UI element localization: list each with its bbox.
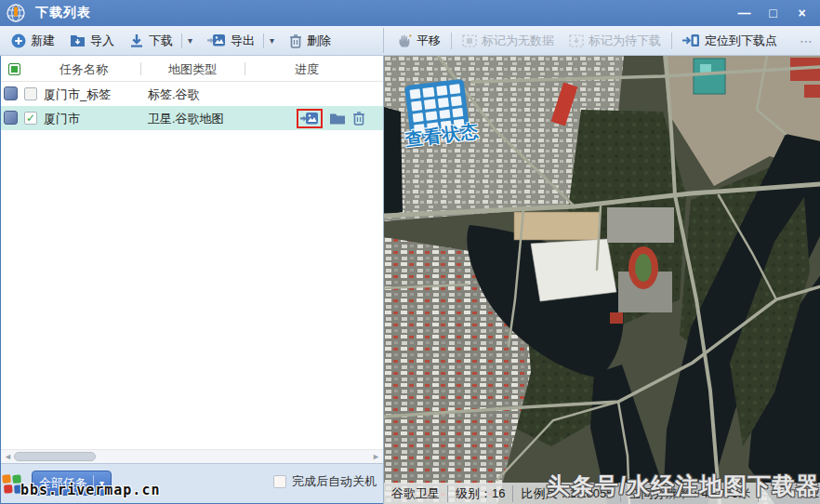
highlight-red-box: [297, 109, 323, 128]
window-controls: — □ ×: [730, 0, 816, 26]
maximize-button[interactable]: □: [759, 0, 787, 26]
row-open-folder-icon[interactable]: [329, 113, 346, 125]
mark-no-data-button[interactable]: 标记为无数据: [455, 26, 562, 55]
row-checkbox-checked[interactable]: ✓: [24, 112, 37, 125]
title-bar: 下载列表 — □ ×: [0, 0, 820, 26]
table-header: 任务名称 地图类型 进度: [1, 56, 383, 82]
mark-no-data-label: 标记为无数据: [482, 33, 554, 49]
divider: [140, 62, 141, 75]
minimize-button[interactable]: —: [730, 0, 759, 26]
auto-shutdown-checkbox[interactable]: [273, 475, 286, 488]
delete-label: 删除: [307, 33, 331, 49]
auto-shutdown-option[interactable]: 完成后自动关机: [273, 473, 377, 490]
window-title: 下载列表: [35, 5, 91, 21]
download-icon: [129, 33, 144, 48]
row-action-icons: [297, 108, 365, 128]
mark-no-data-icon: [462, 34, 477, 47]
task-list-panel: 任务名称 地图类型 进度 厦门市_标签 标签.谷歌 ✓ 厦门市 卫星.谷歌地图: [1, 56, 383, 503]
mark-pending-label: 标记为待下载: [589, 33, 661, 49]
divider: [671, 33, 672, 49]
trash-icon: [289, 33, 302, 48]
forum-watermark: bbs.rivermap.cn: [20, 482, 160, 498]
divider: [451, 33, 452, 49]
import-label: 导入: [90, 33, 114, 49]
status-zoom-level: 级别：16: [448, 485, 513, 502]
column-header-map-type[interactable]: 地图类型: [142, 61, 243, 78]
task-name: 厦门市: [44, 111, 80, 127]
download-dropdown-arrow-icon[interactable]: ▾: [188, 35, 192, 46]
row-export-image-icon[interactable]: [300, 112, 319, 126]
mark-pending-icon: [569, 34, 584, 47]
pan-button[interactable]: 平移: [390, 26, 448, 55]
export-dropdown-arrow-icon[interactable]: ▾: [270, 35, 274, 46]
mark-pending-button[interactable]: 标记为待下载: [562, 26, 668, 55]
close-button[interactable]: ×: [787, 0, 816, 26]
import-button[interactable]: 导入: [62, 26, 122, 55]
locate-download-point-button[interactable]: 定位到下载点: [675, 26, 785, 55]
scrollbar-thumb[interactable]: [14, 452, 96, 461]
scroll-left-arrow-icon[interactable]: ◄: [4, 452, 12, 461]
scroll-right-arrow-icon[interactable]: ►: [372, 452, 380, 461]
download-label: 下载: [149, 33, 173, 49]
task-status-icon: [4, 111, 18, 125]
map-viewport[interactable]: 查看状态 头条号/水经注地图下载器 谷歌卫星 级别：16 比例尺：1:18055…: [383, 56, 820, 504]
divider: [181, 33, 182, 48]
export-image-icon: [207, 33, 226, 47]
divider: [245, 62, 245, 75]
map-type: 卫星.谷歌地图: [148, 111, 224, 127]
toolbar: 新建 导入 下载 ▾: [0, 26, 820, 56]
app-window: 下载列表 — □ × 新建 导入: [0, 0, 820, 504]
auto-shutdown-label: 完成后自动关机: [292, 473, 377, 490]
locate-label: 定位到下载点: [705, 33, 777, 49]
view-status-stamp[interactable]: 查看状态: [399, 77, 481, 152]
row-delete-icon[interactable]: [352, 111, 365, 126]
task-name: 厦门市_标签: [44, 86, 111, 103]
locate-icon: [682, 33, 700, 47]
import-folder-icon: [70, 33, 86, 47]
pan-hand-icon: [397, 33, 412, 48]
delete-button[interactable]: 删除: [282, 26, 338, 55]
row-checkbox-unchecked[interactable]: [24, 87, 37, 100]
toolbar-more-button[interactable]: ⋯: [800, 26, 814, 55]
column-header-progress[interactable]: 进度: [246, 61, 367, 78]
select-all-checkbox[interactable]: [8, 63, 20, 75]
status-layer: 谷歌卫星: [384, 485, 448, 502]
export-label: 导出: [231, 33, 255, 49]
table-row-selected[interactable]: ✓ 厦门市 卫星.谷歌地图: [1, 106, 383, 130]
export-button[interactable]: 导出 ▾: [200, 26, 282, 55]
horizontal-scrollbar[interactable]: ◄ ►: [1, 449, 383, 463]
divider: [263, 33, 264, 48]
pan-label: 平移: [417, 33, 441, 49]
toolbar-left-group: 新建 导入 下载 ▾: [4, 26, 338, 55]
new-task-label: 新建: [31, 33, 55, 49]
bottom-bar: 全部任务 ▾ bbs.rivermap.cn 完成后自动关机: [1, 463, 383, 503]
toolbar-right-group: 平移 标记为无数据 标记为待下载: [390, 26, 785, 55]
table-row[interactable]: 厦门市_标签 标签.谷歌: [1, 82, 383, 106]
map-type: 标签.谷歌: [148, 86, 200, 103]
task-status-icon: [4, 86, 18, 100]
app-logo-icon: [7, 4, 25, 22]
panel-divider: [383, 28, 384, 53]
new-task-button[interactable]: 新建: [4, 26, 62, 55]
plus-circle-icon: [11, 33, 26, 48]
column-header-task-name[interactable]: 任务名称: [29, 61, 139, 78]
download-button[interactable]: 下载 ▾: [122, 26, 200, 55]
brand-watermark: 头条号/水经注地图下载器: [547, 471, 820, 501]
